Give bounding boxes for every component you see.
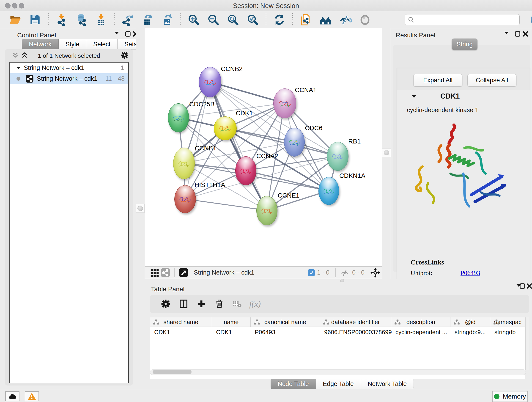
expand-all-tree-button[interactable] — [21, 52, 28, 60]
scrollbar-thumb[interactable] — [152, 370, 191, 374]
table-cell[interactable]: P06493 — [251, 327, 320, 337]
tab-select[interactable]: Select — [86, 39, 118, 50]
control-panel-menu-button[interactable] — [114, 31, 120, 35]
column-header-shared-name[interactable]: shared name — [150, 317, 212, 327]
table-panel-tabs: Node TableEdge TableNetwork Table — [271, 379, 414, 389]
left-panel-splitter[interactable] — [136, 28, 145, 387]
help-button[interactable]: ? — [531, 14, 532, 25]
network-edges — [145, 28, 382, 267]
show-columns-button[interactable] — [177, 298, 190, 310]
tab-string[interactable]: String — [452, 38, 477, 50]
collapse-all-button[interactable]: Collapse All — [467, 74, 516, 86]
zoom-selected-button[interactable] — [246, 13, 260, 27]
network-node-hist1h1a[interactable] — [174, 185, 196, 213]
network-node-ccna1[interactable] — [273, 89, 296, 118]
table-cell[interactable]: stringdb — [490, 327, 525, 337]
network-row[interactable]: String Network – cdk1 11 48 — [10, 73, 128, 84]
column-header-id[interactable]: @id — [450, 317, 490, 327]
network-node-ccne1[interactable] — [256, 196, 278, 225]
table-cell[interactable]: CDK1 — [150, 327, 212, 337]
expand-all-button[interactable]: Expand All — [413, 74, 462, 86]
save-session-button[interactable] — [28, 13, 42, 27]
table-cell[interactable]: cyclin-dependent ... — [391, 327, 450, 337]
check-icon — [309, 270, 314, 275]
apply-layout-button[interactable] — [272, 13, 286, 27]
pan-mode-button[interactable] — [370, 268, 380, 278]
tab-node-table[interactable]: Node Table — [271, 379, 316, 389]
open-session-button[interactable] — [8, 13, 22, 27]
birds-eye-view-button[interactable] — [178, 268, 189, 278]
import-table-file-button[interactable] — [94, 13, 108, 27]
tab-network[interactable]: Network — [22, 39, 59, 50]
export-network-button[interactable] — [120, 13, 135, 27]
network-node-cdkn1a[interactable] — [318, 177, 339, 205]
grid-view-button[interactable] — [150, 268, 160, 278]
network-node-rb1[interactable] — [327, 142, 348, 171]
right-panel-splitter[interactable] — [382, 28, 391, 279]
table-options-button[interactable] — [159, 298, 172, 310]
add-column-button[interactable] — [195, 298, 208, 310]
collapse-all-tree-button[interactable] — [12, 52, 19, 60]
splitter-handle[interactable] — [340, 279, 344, 283]
table-row[interactable]: CDK1CDK1P064939606.ENSP00000378699cyclin… — [150, 327, 525, 337]
results-panel-close-button[interactable] — [523, 31, 528, 37]
column-header-name[interactable]: name — [212, 317, 251, 327]
network-canvas[interactable]: CCNB2CCNA1CDC25BCDK1CDC6RB1CCNB1CCNA2CDK… — [145, 28, 382, 267]
column-header-namespac[interactable]: namespac — [490, 317, 525, 327]
zoom-fit-button[interactable] — [226, 13, 240, 27]
export-image-button[interactable] — [160, 13, 174, 27]
import-network-database-button[interactable] — [74, 13, 89, 27]
table-panel-float-button[interactable] — [520, 283, 525, 289]
results-panel-menu-button[interactable] — [504, 31, 509, 35]
clone-network-button[interactable] — [299, 13, 313, 27]
table-cell[interactable]: CDK1 — [212, 327, 251, 337]
trash-icon — [214, 299, 224, 309]
tab-edge-table[interactable]: Edge Table — [316, 379, 361, 389]
import-network-file-button[interactable] — [55, 13, 69, 27]
warnings-button[interactable] — [25, 391, 39, 401]
network-node-cdc6[interactable] — [284, 128, 305, 157]
column-header-description[interactable]: description — [391, 317, 450, 327]
table-vertical-scrollbar[interactable] — [525, 317, 529, 370]
network-node-cdk1[interactable] — [214, 116, 237, 140]
network-edge[interactable] — [210, 82, 267, 211]
first-neighbors-button[interactable] — [318, 13, 333, 27]
column-label: database identifier — [331, 319, 380, 326]
table-cell[interactable]: 9606.ENSP00000378699 — [320, 327, 391, 337]
splitter-handle[interactable] — [382, 148, 391, 157]
export-table-button[interactable] — [140, 13, 154, 27]
network-edge[interactable] — [185, 199, 267, 211]
crosslink-link[interactable]: P06493 — [461, 269, 480, 277]
table-panel-splitter[interactable] — [145, 279, 532, 282]
network-node-cdc25b[interactable] — [168, 103, 189, 132]
results-panel-float-button[interactable] — [515, 31, 520, 37]
column-header-canonical-name[interactable]: canonical name — [251, 317, 320, 327]
network-node-ccna2[interactable] — [235, 156, 256, 185]
memory-button[interactable]: Memory — [492, 391, 528, 402]
plus-icon — [196, 299, 206, 309]
table-horizontal-scrollbar[interactable] — [150, 370, 526, 375]
node-result-header[interactable]: CDK1 — [397, 90, 530, 103]
delete-column-button[interactable] — [213, 298, 226, 310]
network-node-ccnb2[interactable] — [199, 67, 221, 97]
delete-table-button[interactable] — [231, 298, 244, 310]
search-input[interactable] — [405, 14, 520, 25]
network-collection-row[interactable]: String Network – cdk1 1 — [10, 63, 128, 73]
function-builder-button[interactable]: f(x) — [249, 298, 261, 310]
selected-checkbox[interactable] — [308, 269, 315, 276]
hide-selected-button[interactable] — [338, 13, 352, 27]
table-cell[interactable]: stringdb:9... — [450, 327, 490, 337]
control-panel-float-button[interactable] — [125, 31, 131, 37]
network-view-string-button[interactable] — [160, 268, 171, 278]
zoom-out-button[interactable] — [206, 13, 220, 27]
column-header-database-identifier[interactable]: database identifier — [320, 317, 391, 327]
show-all-button[interactable] — [358, 13, 372, 27]
cloud-status-button[interactable] — [5, 391, 19, 401]
network-list-options-button[interactable] — [120, 51, 129, 60]
tab-style[interactable]: Style — [59, 39, 86, 50]
zoom-in-button[interactable] — [186, 13, 201, 27]
table-panel-close-button[interactable] — [526, 283, 532, 289]
network-node-ccnb1[interactable] — [173, 148, 195, 179]
splitter-handle[interactable] — [136, 204, 145, 213]
tab-network-table[interactable]: Network Table — [361, 379, 414, 389]
